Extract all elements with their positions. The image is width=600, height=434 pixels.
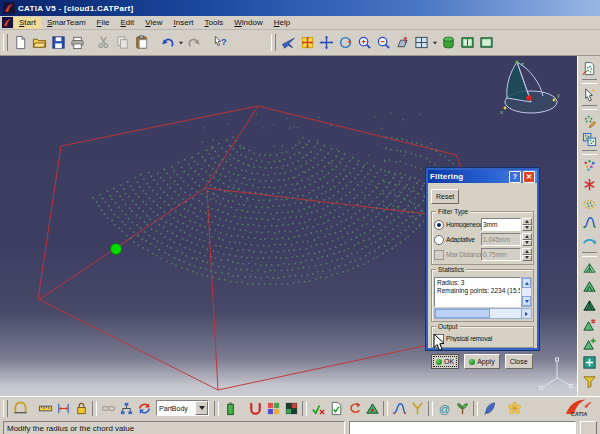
help-button[interactable]: ? bbox=[509, 171, 521, 183]
combo-dropdown-button[interactable] bbox=[195, 401, 208, 415]
multi-view-icon[interactable] bbox=[412, 33, 431, 52]
separator bbox=[92, 401, 97, 416]
zoom-in-icon[interactable] bbox=[355, 33, 374, 52]
separator bbox=[214, 401, 219, 416]
menu-edit[interactable]: Edit bbox=[116, 17, 140, 29]
menu-smarteam[interactable]: SmarTeam bbox=[42, 17, 91, 29]
import-cloud-icon[interactable] bbox=[580, 59, 600, 78]
grid-color-icon[interactable] bbox=[264, 399, 282, 417]
dialog-titlebar[interactable]: Filtering ? ✕ bbox=[428, 170, 537, 183]
mesh-plus-icon[interactable] bbox=[580, 334, 600, 353]
scroll-right-icon[interactable] bbox=[521, 309, 531, 318]
align-cross-icon[interactable] bbox=[580, 353, 600, 372]
link-icon bbox=[99, 399, 117, 417]
remove-points-icon[interactable] bbox=[580, 175, 600, 194]
scroll-down-icon[interactable] bbox=[522, 296, 531, 306]
close-button[interactable]: Close bbox=[505, 354, 533, 369]
max-distance-checkbox[interactable] bbox=[434, 250, 444, 260]
new-icon[interactable] bbox=[11, 33, 30, 52]
lock-icon[interactable] bbox=[72, 399, 90, 417]
graph-tree-icon[interactable] bbox=[117, 399, 135, 417]
command-button[interactable] bbox=[580, 421, 597, 434]
vertical-scrollbar[interactable] bbox=[521, 277, 532, 307]
caret-icon[interactable] bbox=[177, 33, 185, 52]
undo-icon[interactable] bbox=[158, 33, 177, 52]
normal-view-icon[interactable] bbox=[393, 33, 412, 52]
mesh-flip-icon[interactable] bbox=[580, 258, 600, 277]
cloud-edit-icon[interactable] bbox=[580, 111, 600, 130]
filter-funnel-icon[interactable] bbox=[580, 372, 600, 391]
mesh-tri-icon[interactable] bbox=[363, 399, 381, 417]
spline-icon[interactable] bbox=[390, 399, 408, 417]
partbody-combobox[interactable]: PartBody bbox=[156, 400, 209, 416]
horizontal-scrollbar[interactable] bbox=[434, 308, 532, 319]
mesh-green-icon[interactable] bbox=[580, 277, 600, 296]
paste-icon[interactable] bbox=[132, 33, 151, 52]
ruler-icon[interactable] bbox=[36, 399, 54, 417]
window-full-icon[interactable] bbox=[477, 33, 496, 52]
close-icon[interactable]: ✕ bbox=[523, 171, 535, 183]
reset-button[interactable]: Reset bbox=[431, 189, 459, 204]
pan-icon[interactable] bbox=[317, 33, 336, 52]
homogeneous-spinner[interactable] bbox=[522, 218, 532, 231]
window-split-icon[interactable] bbox=[458, 33, 477, 52]
select-arrow-icon[interactable] bbox=[580, 85, 600, 104]
open-icon[interactable] bbox=[30, 33, 49, 52]
flower-icon[interactable] bbox=[505, 399, 523, 417]
svg-text:@: @ bbox=[438, 402, 449, 414]
scrollbar-thumb[interactable] bbox=[435, 309, 490, 318]
homogeneous-value-field[interactable]: 3mm bbox=[481, 218, 521, 231]
homogeneous-label: Homogeneous bbox=[446, 221, 481, 228]
save-icon[interactable] bbox=[49, 33, 68, 52]
mesh-star-icon[interactable] bbox=[580, 315, 600, 334]
cloud-copy-icon[interactable] bbox=[580, 130, 600, 149]
tools-group-b: @ bbox=[212, 399, 523, 417]
print-icon[interactable] bbox=[68, 33, 87, 52]
menu-insert[interactable]: Insert bbox=[169, 17, 199, 29]
menu-start[interactable]: Start bbox=[14, 17, 41, 29]
apply-button[interactable]: Apply bbox=[464, 354, 500, 369]
toolbar-handle[interactable] bbox=[3, 400, 8, 417]
doc-check-icon[interactable] bbox=[327, 399, 345, 417]
caret-icon[interactable] bbox=[431, 33, 439, 52]
zoom-out-icon[interactable] bbox=[374, 33, 393, 52]
update-icon[interactable] bbox=[135, 399, 153, 417]
command-input[interactable] bbox=[349, 421, 576, 434]
catalog-icon[interactable] bbox=[11, 399, 29, 417]
tree-icon[interactable] bbox=[453, 399, 471, 417]
scroll-up-icon[interactable] bbox=[522, 278, 531, 288]
undo-red-icon[interactable] bbox=[345, 399, 363, 417]
check-analysis-icon[interactable] bbox=[309, 399, 327, 417]
ok-button[interactable]: OK bbox=[431, 354, 459, 369]
menu-view[interactable]: View bbox=[140, 17, 167, 29]
grid-dark-icon[interactable] bbox=[282, 399, 300, 417]
battery-icon[interactable] bbox=[221, 399, 239, 417]
menu-help[interactable]: Help bbox=[269, 17, 295, 29]
rotate-icon[interactable] bbox=[336, 33, 355, 52]
rotate-3d-icon[interactable] bbox=[580, 232, 600, 251]
menu-window[interactable]: Window bbox=[229, 17, 267, 29]
spiral-icon[interactable]: @ bbox=[435, 399, 453, 417]
mesh-dark-icon[interactable] bbox=[580, 296, 600, 315]
view-compass[interactable]: z x y bbox=[500, 60, 560, 115]
toolbar-handle[interactable] bbox=[271, 34, 276, 51]
svg-text:x: x bbox=[500, 109, 503, 115]
fit-all-in-icon[interactable] bbox=[298, 33, 317, 52]
fly-mode-icon[interactable] bbox=[279, 33, 298, 52]
quill-icon[interactable] bbox=[480, 399, 498, 417]
measure-between-icon[interactable] bbox=[54, 399, 72, 417]
menu-file[interactable]: File bbox=[92, 17, 115, 29]
cloud-color-icon[interactable] bbox=[580, 156, 600, 175]
menu-tools[interactable]: Tools bbox=[200, 17, 229, 29]
union-icon[interactable] bbox=[246, 399, 264, 417]
y-curve-icon[interactable] bbox=[408, 399, 426, 417]
view-tool-group bbox=[279, 33, 496, 52]
whats-this-icon[interactable]: ? bbox=[211, 33, 230, 52]
adaptative-radio[interactable] bbox=[434, 235, 444, 245]
output-label: Output bbox=[436, 323, 460, 330]
toolbar-handle[interactable] bbox=[3, 34, 8, 51]
activate-cloud-icon[interactable] bbox=[580, 194, 600, 213]
homogeneous-radio[interactable] bbox=[434, 220, 444, 230]
curve-scan-icon[interactable] bbox=[580, 213, 600, 232]
render-style-icon[interactable] bbox=[439, 33, 458, 52]
